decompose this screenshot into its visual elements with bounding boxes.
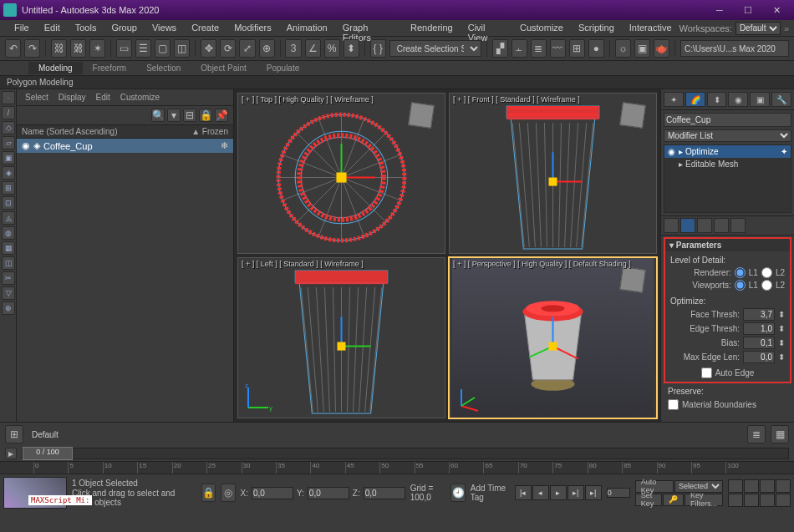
scene-col-frozen[interactable]: ▲ Frozen bbox=[191, 127, 228, 136]
modify-tab-icon[interactable]: 🌈 bbox=[685, 92, 705, 107]
time-config-icon[interactable]: ▸ bbox=[5, 448, 17, 459]
move-button[interactable]: ✥ bbox=[201, 39, 216, 58]
orbit-button[interactable] bbox=[744, 494, 759, 507]
snap-button[interactable]: 3 bbox=[285, 39, 301, 58]
minimize-button[interactable]: ─ bbox=[705, 1, 734, 19]
render-setup-button[interactable]: ☼ bbox=[615, 39, 631, 58]
tool-c-icon[interactable]: ⊡ bbox=[2, 196, 15, 210]
layers-button[interactable]: ≣ bbox=[531, 39, 547, 58]
viewport-top[interactable]: [ + ] [ Top ] [ High Quality ] [ Wirefra… bbox=[237, 93, 445, 254]
time-ruler[interactable]: 0510152025303540455055606570758085909510… bbox=[0, 461, 794, 474]
stack-optimize[interactable]: ◉▸Optimize✦ bbox=[664, 145, 791, 158]
redo-button[interactable]: ↷ bbox=[24, 39, 40, 58]
unlink-button[interactable]: ⛓̸ bbox=[70, 39, 86, 58]
display-children-icon[interactable]: ⊟ bbox=[183, 109, 196, 122]
vertex-mode-icon[interactable]: ∙ bbox=[2, 91, 15, 104]
project-path-field[interactable] bbox=[680, 40, 789, 57]
ribbon-tab-populate[interactable]: Populate bbox=[257, 62, 309, 74]
tool-h-icon[interactable]: ✂ bbox=[2, 271, 15, 285]
link-button[interactable]: ⛓ bbox=[51, 39, 67, 58]
pan-button[interactable] bbox=[728, 494, 743, 507]
menu-animation[interactable]: Animation bbox=[279, 20, 335, 36]
ribbon-tab-modeling[interactable]: Modeling bbox=[28, 62, 83, 74]
menu-interactive[interactable]: Interactive bbox=[622, 20, 679, 36]
menu-customize[interactable]: Customize bbox=[512, 20, 571, 36]
scene-col-name[interactable]: Name (Sorted Ascending) bbox=[22, 127, 191, 136]
material-editor-button[interactable]: ● bbox=[588, 39, 604, 58]
frozen-icon[interactable]: ❄ bbox=[221, 140, 228, 151]
zoom-button[interactable] bbox=[728, 479, 743, 493]
spinner-arrows-icon[interactable]: ⬍ bbox=[778, 352, 785, 362]
show-end-result-button[interactable] bbox=[680, 218, 695, 233]
goto-end-button[interactable]: ▸| bbox=[585, 485, 602, 500]
tool-f-icon[interactable]: ▦ bbox=[2, 241, 15, 255]
utilities-tab-icon[interactable]: 🔧 bbox=[771, 92, 791, 107]
curve-editor-button[interactable]: 〰 bbox=[550, 39, 566, 58]
x-coord-field[interactable] bbox=[252, 487, 293, 499]
bias-spinner[interactable] bbox=[743, 337, 775, 349]
make-unique-button[interactable] bbox=[697, 218, 712, 233]
max-edge-spinner[interactable] bbox=[743, 351, 775, 363]
parameters-header[interactable]: ▾ Parameters bbox=[665, 239, 790, 251]
modifier-stack[interactable]: ◉▸Optimize✦ ▸Editable Mesh bbox=[664, 144, 791, 213]
edge-mode-icon[interactable]: / bbox=[2, 106, 15, 119]
menu-modifiers[interactable]: Modifiers bbox=[226, 20, 279, 36]
percent-snap-button[interactable]: % bbox=[324, 39, 340, 58]
viewports-l2-radio[interactable] bbox=[761, 280, 772, 291]
add-time-tag[interactable]: Add Time Tag bbox=[471, 484, 510, 502]
window-crossing-button[interactable]: ◫ bbox=[174, 39, 190, 58]
viewport-left[interactable]: [ + ] [ Left ] [ Standard ] [ Wireframe … bbox=[237, 257, 445, 418]
render-frame-button[interactable]: ▣ bbox=[634, 39, 650, 58]
lock-icon[interactable]: 🔒 bbox=[199, 109, 212, 122]
scene-tab-display[interactable]: Display bbox=[59, 93, 86, 102]
scene-item-coffee-cup[interactable]: ◉ ◈ Coffee_Cup ❄ bbox=[17, 139, 233, 153]
menu-tools[interactable]: Tools bbox=[68, 20, 104, 36]
undo-button[interactable]: ↶ bbox=[5, 39, 21, 58]
z-coord-field[interactable] bbox=[364, 487, 405, 499]
min-max-button[interactable] bbox=[776, 494, 791, 507]
select-name-button[interactable]: ☰ bbox=[135, 39, 151, 58]
search-icon[interactable]: 🔍 bbox=[151, 109, 165, 122]
maxscript-listener[interactable]: MAXScript Mi: bbox=[28, 495, 92, 505]
spinner-arrows-icon[interactable]: ⬍ bbox=[778, 324, 785, 333]
named-sets-button[interactable]: { } bbox=[370, 39, 386, 58]
create-tab-icon[interactable]: ✦ bbox=[664, 92, 684, 107]
zoom-extents-button[interactable] bbox=[760, 479, 775, 493]
display-tab-icon[interactable]: ▣ bbox=[750, 92, 770, 107]
viewports-l1-radio[interactable] bbox=[735, 280, 746, 291]
eye-icon[interactable]: ◉ bbox=[668, 147, 676, 156]
viewport-perspective[interactable]: [ + ] [ Perspective ] [ High Quality ] [… bbox=[449, 257, 657, 418]
border-mode-icon[interactable]: ◇ bbox=[2, 121, 15, 134]
visibility-icon[interactable]: ◉ bbox=[22, 140, 30, 151]
scale-button[interactable]: ⤢ bbox=[239, 39, 255, 58]
element-mode-icon[interactable]: ▣ bbox=[2, 151, 15, 165]
menu-edit[interactable]: Edit bbox=[37, 20, 68, 36]
placement-button[interactable]: ⊕ bbox=[259, 39, 275, 58]
viewport-top-label[interactable]: [ + ] [ Top ] [ High Quality ] [ Wirefra… bbox=[242, 95, 374, 104]
menu-views[interactable]: Views bbox=[145, 20, 184, 36]
edge-thresh-spinner[interactable] bbox=[743, 322, 775, 335]
pin-icon[interactable]: 📌 bbox=[215, 109, 228, 122]
tool-i-icon[interactable]: ▽ bbox=[2, 286, 15, 300]
stack-editable-mesh[interactable]: ▸Editable Mesh bbox=[664, 158, 791, 170]
menu-create[interactable]: Create bbox=[184, 20, 226, 36]
viewcube-icon[interactable] bbox=[616, 99, 651, 134]
spinner-arrows-icon[interactable]: ⬍ bbox=[778, 338, 785, 347]
material-boundaries-checkbox[interactable] bbox=[668, 399, 679, 410]
render-button[interactable]: 🫖 bbox=[654, 39, 669, 58]
filter-icon[interactable]: ▾ bbox=[167, 109, 181, 122]
motion-tab-icon[interactable]: ◉ bbox=[728, 92, 748, 107]
layer-default-button[interactable]: Default bbox=[28, 430, 79, 439]
ribbon-tab-selection[interactable]: Selection bbox=[136, 62, 191, 74]
tool-e-icon[interactable]: ◍ bbox=[2, 226, 15, 240]
maximize-button[interactable]: ☐ bbox=[734, 1, 762, 19]
play-button[interactable]: ▸ bbox=[550, 485, 567, 500]
workspace-select[interactable]: Default bbox=[735, 22, 781, 35]
viewport-perspective-label[interactable]: [ + ] [ Perspective ] [ High Quality ] [… bbox=[453, 260, 631, 268]
zoom-region-button[interactable] bbox=[776, 479, 791, 493]
configure-sets-button[interactable] bbox=[730, 218, 746, 233]
viewcube-icon[interactable] bbox=[616, 263, 651, 298]
poly-mode-icon[interactable]: ▱ bbox=[2, 136, 15, 149]
object-name-field[interactable] bbox=[664, 113, 791, 127]
setkey-button[interactable]: Set Key bbox=[635, 494, 662, 506]
